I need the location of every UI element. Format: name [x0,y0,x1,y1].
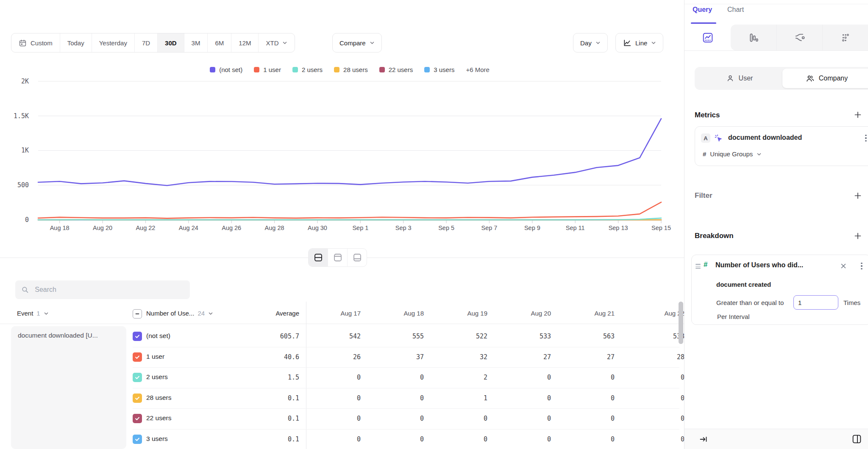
row-checkbox[interactable] [133,332,142,341]
chart-type-button[interactable]: Line [615,33,663,53]
check-icon [134,354,140,360]
bottom-view-icon [353,253,362,262]
chart-type-flow-tab[interactable] [776,25,823,50]
table-cell: 26 [297,353,361,361]
select-all-checkbox[interactable] [133,309,142,319]
entity-user-option[interactable]: User [696,69,782,88]
range-button-6m[interactable]: 6M [207,33,231,52]
chevron-down-icon [651,40,656,45]
event-count: 1 [36,310,40,317]
layout-top-button[interactable] [328,249,347,266]
table-cell: 0 [424,435,487,443]
entity-user-label: User [739,75,753,82]
search-box[interactable] [15,280,190,299]
chart-type-bar-tab[interactable] [731,25,776,50]
row-checkbox[interactable] [133,414,142,423]
range-button-7d[interactable]: 7D [134,33,157,52]
table-cell: 0 [621,435,684,443]
table-cell: 0 [424,415,487,422]
entity-company-label: Company [819,75,848,82]
svg-text:Aug 24: Aug 24 [179,224,198,231]
svg-text:Aug 26: Aug 26 [222,224,241,231]
metric-menu-button[interactable] [862,133,868,143]
drag-handle-icon[interactable] [696,264,701,269]
plus-icon [854,192,862,200]
row-checkbox[interactable] [133,394,142,403]
row-checkbox[interactable] [133,373,142,382]
active-tab-underline [691,22,716,24]
row-divider [133,347,679,347]
calendar-icon [19,39,27,47]
tab-chart[interactable]: Chart [727,6,744,14]
table-scrollbar[interactable] [679,302,683,344]
breakdown-condition-label: Greater than or equal to [716,299,784,306]
search-input[interactable] [34,285,184,294]
chevron-down-icon [595,40,601,45]
layout-split-button[interactable] [309,249,328,266]
table-cell: 32 [424,353,487,361]
row-divider [133,367,679,368]
row-checkbox[interactable] [133,352,142,362]
breakdown-card[interactable]: # Number of Users who did... document cr… [691,255,868,325]
add-filter-button[interactable] [852,190,863,201]
table-cell: 0 [487,415,551,422]
metric-event-name: document downloaded [728,134,802,141]
table-cell: 27 [551,353,615,361]
breakdown-menu-button[interactable] [858,261,865,271]
group-column-label: Number of Use... [146,310,194,317]
metric-card[interactable]: A document downloaded # Unique Groups [695,126,868,166]
range-label: Custom [31,39,53,47]
date-column-header: Aug 22 [621,310,684,317]
group-column-selector[interactable]: Number of Use... 24 [146,310,213,317]
range-button-30d[interactable]: 30D [157,33,184,52]
average-value: 0.1 [236,435,299,443]
range-button-today[interactable]: Today [60,33,92,52]
line-chart-icon [623,39,632,47]
table-cell: 0 [297,415,361,422]
range-label: 3M [192,39,200,47]
average-value: 40.6 [236,353,299,361]
row-label: 22 users [146,414,171,422]
add-metric-button[interactable] [852,109,863,120]
interval-button[interactable]: Day [573,33,608,53]
collapse-panel-button[interactable] [699,435,708,444]
range-button-custom[interactable]: Custom [11,33,60,52]
tab-query[interactable]: Query [693,6,712,14]
table-cell: 27 [487,353,551,361]
chart-type-strip [684,25,868,51]
table-header-border [0,324,684,324]
check-icon [134,395,140,401]
compare-button[interactable]: Compare [332,33,382,53]
range-button-yesterday[interactable]: Yesterday [92,33,134,52]
svg-text:500: 500 [17,181,29,189]
check-icon [134,333,140,339]
panel-footer [684,429,868,449]
breakdown-unit-label: Times [843,299,860,306]
line-chart: 05001K1.5K2KAug 18Aug 20Aug 22Aug 24Aug … [0,59,684,237]
row-checkbox[interactable] [133,435,142,444]
toggle-sidebar-button[interactable] [851,434,862,444]
flow-sankey-icon [794,32,805,43]
event-selector[interactable]: Event 1 [17,310,49,317]
range-button-xtd[interactable]: XTD [258,33,295,52]
table-cell: 0 [360,394,424,402]
range-label: 7D [142,39,150,47]
chart-type-dots-tab[interactable] [822,25,868,50]
layout-bottom-button[interactable] [347,249,367,266]
aggregation-label: Unique Groups [710,150,753,158]
metric-aggregation-selector[interactable]: # Unique Groups [703,150,762,158]
chart-type-line-tab[interactable] [684,25,731,50]
svg-text:Aug 28: Aug 28 [265,224,284,231]
remove-breakdown-button[interactable] [839,262,848,270]
users-group-icon [806,74,815,83]
table-cell: 542 [297,333,361,340]
event-name-cell[interactable]: document downloaded [U... [11,326,126,449]
table-cell: 0 [360,374,424,381]
range-button-3m[interactable]: 3M [184,33,208,52]
table-cell: 0 [297,394,361,402]
date-column-header: Aug 17 [297,310,361,317]
add-breakdown-button[interactable] [852,230,863,241]
breakdown-value-input[interactable] [793,295,838,310]
range-button-12m[interactable]: 12M [231,33,258,52]
entity-company-option[interactable]: Company [782,69,868,88]
